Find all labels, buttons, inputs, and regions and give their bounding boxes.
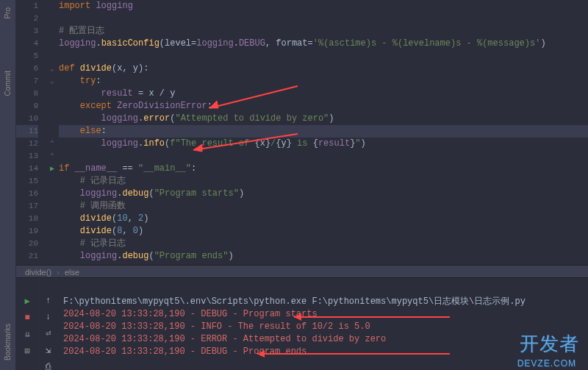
svg-line-0 (209, 86, 298, 108)
breadcrumb[interactable]: divide() › else (16, 265, 588, 278)
line-number: 14 (16, 163, 38, 175)
fold-marker (46, 188, 59, 200)
breadcrumb-part-1[interactable]: divide() (25, 268, 51, 277)
code-line[interactable]: logging.error("Attempted to divide by ze… (59, 113, 588, 125)
line-number: 9 (16, 100, 38, 113)
run-console[interactable]: F:\pythonitems\mypyqt5\.env\Scripts\pyth… (57, 278, 588, 370)
breadcrumb-part-2[interactable]: else (65, 268, 79, 277)
fold-marker (46, 213, 59, 225)
code-line[interactable] (59, 13, 588, 25)
console-line: 2024-08-20 13:33:28,190 - DEBUG - Progra… (63, 346, 588, 358)
code-line[interactable]: except ZeroDivisionError: (59, 100, 588, 113)
fold-marker (46, 238, 59, 250)
run-panel: ▶ ■ ⇊ ⊞ ↑ ↓ ⏎ ⇲ ⎙ F:\pythonitems\mypyqt5… (16, 278, 588, 370)
fold-marker (46, 25, 59, 38)
fold-marker (46, 225, 59, 238)
fold-marker (46, 113, 59, 125)
fold-marker (46, 88, 59, 100)
code-line[interactable] (59, 150, 588, 163)
line-number: 21 (16, 250, 38, 263)
code-line[interactable]: # 记录日志 (59, 175, 588, 188)
console-line: 2024-08-20 13:33:28,190 - ERROR - Attemp… (63, 333, 588, 346)
code-line[interactable] (59, 50, 588, 63)
fold-marker (46, 175, 59, 188)
code-line[interactable]: if __name__ == "__main__": (59, 163, 588, 175)
annotation-arrow-2 (187, 132, 305, 154)
line-number: 2 (16, 13, 38, 25)
code-line[interactable]: divide(8, 0) (59, 225, 588, 238)
line-number: 15 (16, 175, 38, 188)
scroll-icon[interactable]: ⇲ (46, 345, 51, 356)
down2-icon[interactable]: ↓ (46, 312, 51, 322)
console-line: F:\pythonitems\mypyqt5\.env\Scripts\pyth… (63, 296, 588, 308)
print-icon[interactable]: ⎙ (46, 362, 51, 370)
line-number: 16 (16, 188, 38, 200)
fold-marker (46, 125, 59, 138)
code-line[interactable]: else: (59, 125, 588, 138)
layout-icon[interactable]: ⊞ (24, 346, 29, 357)
run-toolbar-left: ▶ ■ ⇊ ⊞ (16, 278, 38, 370)
console-line: 2024-08-20 13:33:28,190 - DEBUG - Progra… (63, 308, 588, 321)
stop-icon[interactable]: ■ (24, 313, 29, 323)
line-number: 18 (16, 213, 38, 225)
code-line[interactable]: logging.debug("Program ends") (59, 250, 588, 263)
line-number: 6 (16, 63, 38, 75)
fold-marker[interactable]: ⌄ (46, 75, 59, 88)
line-number: 5 (16, 50, 38, 63)
svg-marker-1 (209, 101, 218, 108)
code-line[interactable]: logging.info(f"The result of {x}/{y} is … (59, 138, 588, 150)
line-number: 13 (16, 150, 38, 163)
line-number: 10 (16, 113, 38, 125)
fold-column: ⌄⌄⌃⌃▶ (46, 0, 59, 265)
code-line[interactable]: try: (59, 75, 588, 88)
fold-marker (46, 100, 59, 113)
code-line[interactable]: logging.basicConfig(level=logging.DEBUG,… (59, 38, 588, 50)
fold-marker (46, 50, 59, 63)
fold-marker (46, 13, 59, 25)
sidebar-tab-project[interactable]: Pro (4, 7, 12, 19)
fold-marker (46, 200, 59, 213)
fold-marker (46, 0, 59, 13)
code-line[interactable]: def divide(x, y): (59, 63, 588, 75)
left-tool-strip: Pro Commit Bookmarks ucture (0, 0, 16, 370)
code-line[interactable]: # 配置日志 (59, 25, 588, 38)
svg-line-2 (193, 134, 298, 150)
svg-marker-3 (193, 144, 202, 152)
annotation-arrow-1 (202, 85, 305, 114)
console-line: 2024-08-20 13:33:28,190 - INFO - The res… (63, 321, 588, 333)
line-number: 1 (16, 0, 38, 13)
line-number: 20 (16, 238, 38, 250)
line-number: 4 (16, 38, 38, 50)
up-icon[interactable]: ↑ (46, 296, 51, 306)
line-number: 12 (16, 138, 38, 150)
run-toolbar-right: ↑ ↓ ⏎ ⇲ ⎙ (38, 278, 57, 370)
fold-marker[interactable]: ▶ (46, 163, 59, 175)
fold-marker (46, 38, 59, 50)
fold-marker[interactable]: ⌄ (46, 63, 59, 75)
down-icon[interactable]: ⇊ (24, 329, 29, 340)
line-number-gutter: 123456789101112131415161718192021 (16, 0, 46, 265)
code-content[interactable]: import logging# 配置日志logging.basicConfig(… (59, 0, 588, 265)
fold-marker (46, 250, 59, 263)
fold-marker[interactable]: ⌃ (46, 150, 59, 163)
line-number: 19 (16, 225, 38, 238)
code-line[interactable]: logging.debug("Program starts") (59, 188, 588, 200)
line-number: 17 (16, 200, 38, 213)
breadcrumb-chevron: › (57, 268, 60, 277)
code-editor[interactable]: 123456789101112131415161718192021 ⌄⌄⌃⌃▶ … (16, 0, 588, 265)
code-line[interactable]: result = x / y (59, 88, 588, 100)
line-number: 11 (16, 125, 38, 138)
line-number: 8 (16, 88, 38, 100)
sidebar-tab-commit[interactable]: Commit (4, 71, 12, 96)
wrap-icon[interactable]: ⏎ (46, 328, 51, 339)
line-number: 7 (16, 75, 38, 88)
fold-marker[interactable]: ⌃ (46, 138, 59, 150)
line-number: 3 (16, 25, 38, 38)
sidebar-tab-bookmarks[interactable]: Bookmarks (4, 324, 12, 360)
rerun-icon[interactable]: ▶ (24, 296, 29, 307)
code-line[interactable]: # 调用函数 (59, 200, 588, 213)
code-line[interactable]: import logging (59, 0, 588, 13)
code-line[interactable]: # 记录日志 (59, 238, 588, 250)
code-line[interactable]: divide(10, 2) (59, 213, 588, 225)
